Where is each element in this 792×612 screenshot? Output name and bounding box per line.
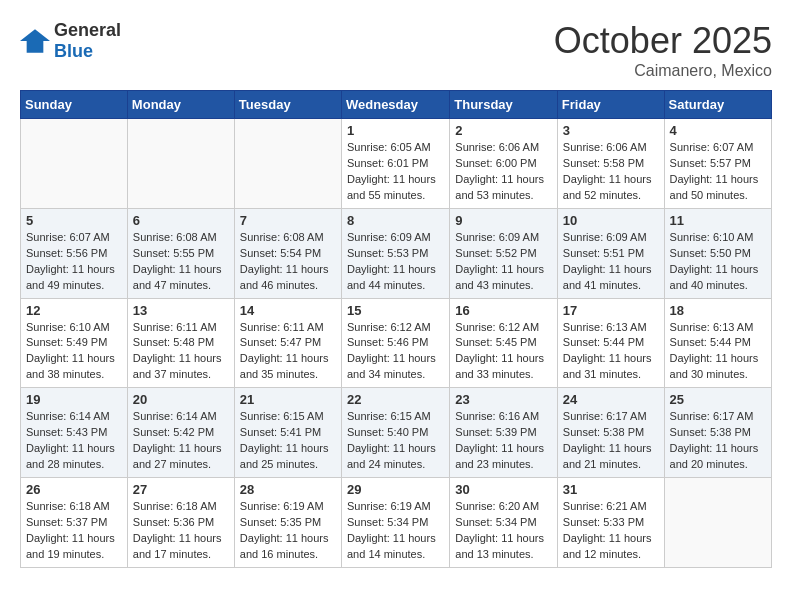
day-number: 23 (455, 392, 552, 407)
calendar-cell: 12Sunrise: 6:10 AM Sunset: 5:49 PM Dayli… (21, 298, 128, 388)
day-number: 19 (26, 392, 122, 407)
weekday-header: Saturday (664, 91, 771, 119)
calendar-cell: 11Sunrise: 6:10 AM Sunset: 5:50 PM Dayli… (664, 208, 771, 298)
day-number: 4 (670, 123, 766, 138)
day-info: Sunrise: 6:15 AM Sunset: 5:41 PM Dayligh… (240, 409, 336, 473)
day-info: Sunrise: 6:08 AM Sunset: 5:55 PM Dayligh… (133, 230, 229, 294)
calendar-location: Caimanero, Mexico (554, 62, 772, 80)
day-number: 25 (670, 392, 766, 407)
calendar-cell: 20Sunrise: 6:14 AM Sunset: 5:42 PM Dayli… (127, 388, 234, 478)
day-number: 11 (670, 213, 766, 228)
weekday-header: Tuesday (234, 91, 341, 119)
calendar-cell: 13Sunrise: 6:11 AM Sunset: 5:48 PM Dayli… (127, 298, 234, 388)
calendar-table: SundayMondayTuesdayWednesdayThursdayFrid… (20, 90, 772, 568)
weekday-header: Friday (557, 91, 664, 119)
calendar-week-row: 1Sunrise: 6:05 AM Sunset: 6:01 PM Daylig… (21, 119, 772, 209)
weekday-header-row: SundayMondayTuesdayWednesdayThursdayFrid… (21, 91, 772, 119)
svg-marker-0 (20, 29, 50, 52)
calendar-title: October 2025 (554, 20, 772, 62)
day-number: 22 (347, 392, 444, 407)
day-number: 30 (455, 482, 552, 497)
day-number: 21 (240, 392, 336, 407)
calendar-cell: 4Sunrise: 6:07 AM Sunset: 5:57 PM Daylig… (664, 119, 771, 209)
calendar-cell: 15Sunrise: 6:12 AM Sunset: 5:46 PM Dayli… (341, 298, 449, 388)
calendar-cell (21, 119, 128, 209)
day-info: Sunrise: 6:13 AM Sunset: 5:44 PM Dayligh… (670, 320, 766, 384)
calendar-cell: 28Sunrise: 6:19 AM Sunset: 5:35 PM Dayli… (234, 478, 341, 568)
day-number: 8 (347, 213, 444, 228)
day-info: Sunrise: 6:09 AM Sunset: 5:52 PM Dayligh… (455, 230, 552, 294)
day-number: 10 (563, 213, 659, 228)
calendar-cell (664, 478, 771, 568)
calendar-cell: 31Sunrise: 6:21 AM Sunset: 5:33 PM Dayli… (557, 478, 664, 568)
day-info: Sunrise: 6:09 AM Sunset: 5:53 PM Dayligh… (347, 230, 444, 294)
day-info: Sunrise: 6:15 AM Sunset: 5:40 PM Dayligh… (347, 409, 444, 473)
day-info: Sunrise: 6:06 AM Sunset: 6:00 PM Dayligh… (455, 140, 552, 204)
day-info: Sunrise: 6:09 AM Sunset: 5:51 PM Dayligh… (563, 230, 659, 294)
day-info: Sunrise: 6:11 AM Sunset: 5:48 PM Dayligh… (133, 320, 229, 384)
calendar-cell: 24Sunrise: 6:17 AM Sunset: 5:38 PM Dayli… (557, 388, 664, 478)
day-info: Sunrise: 6:16 AM Sunset: 5:39 PM Dayligh… (455, 409, 552, 473)
day-number: 9 (455, 213, 552, 228)
day-number: 3 (563, 123, 659, 138)
calendar-cell: 14Sunrise: 6:11 AM Sunset: 5:47 PM Dayli… (234, 298, 341, 388)
day-info: Sunrise: 6:19 AM Sunset: 5:35 PM Dayligh… (240, 499, 336, 563)
calendar-cell: 5Sunrise: 6:07 AM Sunset: 5:56 PM Daylig… (21, 208, 128, 298)
calendar-cell: 29Sunrise: 6:19 AM Sunset: 5:34 PM Dayli… (341, 478, 449, 568)
day-number: 2 (455, 123, 552, 138)
calendar-cell: 22Sunrise: 6:15 AM Sunset: 5:40 PM Dayli… (341, 388, 449, 478)
calendar-cell: 17Sunrise: 6:13 AM Sunset: 5:44 PM Dayli… (557, 298, 664, 388)
day-info: Sunrise: 6:12 AM Sunset: 5:45 PM Dayligh… (455, 320, 552, 384)
day-info: Sunrise: 6:20 AM Sunset: 5:34 PM Dayligh… (455, 499, 552, 563)
day-number: 7 (240, 213, 336, 228)
weekday-header: Thursday (450, 91, 558, 119)
day-number: 14 (240, 303, 336, 318)
day-info: Sunrise: 6:18 AM Sunset: 5:36 PM Dayligh… (133, 499, 229, 563)
calendar-cell: 9Sunrise: 6:09 AM Sunset: 5:52 PM Daylig… (450, 208, 558, 298)
calendar-week-row: 5Sunrise: 6:07 AM Sunset: 5:56 PM Daylig… (21, 208, 772, 298)
logo-blue: Blue (54, 41, 93, 61)
day-info: Sunrise: 6:19 AM Sunset: 5:34 PM Dayligh… (347, 499, 444, 563)
day-info: Sunrise: 6:17 AM Sunset: 5:38 PM Dayligh… (563, 409, 659, 473)
calendar-cell: 19Sunrise: 6:14 AM Sunset: 5:43 PM Dayli… (21, 388, 128, 478)
calendar-cell: 30Sunrise: 6:20 AM Sunset: 5:34 PM Dayli… (450, 478, 558, 568)
day-number: 1 (347, 123, 444, 138)
day-info: Sunrise: 6:14 AM Sunset: 5:43 PM Dayligh… (26, 409, 122, 473)
title-block: October 2025 Caimanero, Mexico (554, 20, 772, 80)
calendar-cell: 25Sunrise: 6:17 AM Sunset: 5:38 PM Dayli… (664, 388, 771, 478)
calendar-week-row: 26Sunrise: 6:18 AM Sunset: 5:37 PM Dayli… (21, 478, 772, 568)
calendar-cell: 23Sunrise: 6:16 AM Sunset: 5:39 PM Dayli… (450, 388, 558, 478)
day-number: 28 (240, 482, 336, 497)
calendar-cell: 16Sunrise: 6:12 AM Sunset: 5:45 PM Dayli… (450, 298, 558, 388)
calendar-cell: 1Sunrise: 6:05 AM Sunset: 6:01 PM Daylig… (341, 119, 449, 209)
logo: General Blue (20, 20, 121, 62)
day-number: 20 (133, 392, 229, 407)
day-info: Sunrise: 6:21 AM Sunset: 5:33 PM Dayligh… (563, 499, 659, 563)
day-number: 24 (563, 392, 659, 407)
day-number: 16 (455, 303, 552, 318)
weekday-header: Monday (127, 91, 234, 119)
calendar-cell: 26Sunrise: 6:18 AM Sunset: 5:37 PM Dayli… (21, 478, 128, 568)
day-number: 29 (347, 482, 444, 497)
calendar-week-row: 19Sunrise: 6:14 AM Sunset: 5:43 PM Dayli… (21, 388, 772, 478)
day-info: Sunrise: 6:18 AM Sunset: 5:37 PM Dayligh… (26, 499, 122, 563)
calendar-cell: 27Sunrise: 6:18 AM Sunset: 5:36 PM Dayli… (127, 478, 234, 568)
day-info: Sunrise: 6:13 AM Sunset: 5:44 PM Dayligh… (563, 320, 659, 384)
calendar-cell: 6Sunrise: 6:08 AM Sunset: 5:55 PM Daylig… (127, 208, 234, 298)
calendar-cell: 3Sunrise: 6:06 AM Sunset: 5:58 PM Daylig… (557, 119, 664, 209)
calendar-cell: 10Sunrise: 6:09 AM Sunset: 5:51 PM Dayli… (557, 208, 664, 298)
day-number: 12 (26, 303, 122, 318)
logo-icon (20, 29, 50, 53)
day-info: Sunrise: 6:14 AM Sunset: 5:42 PM Dayligh… (133, 409, 229, 473)
day-number: 27 (133, 482, 229, 497)
day-info: Sunrise: 6:05 AM Sunset: 6:01 PM Dayligh… (347, 140, 444, 204)
day-number: 15 (347, 303, 444, 318)
day-number: 5 (26, 213, 122, 228)
day-info: Sunrise: 6:07 AM Sunset: 5:57 PM Dayligh… (670, 140, 766, 204)
day-info: Sunrise: 6:10 AM Sunset: 5:49 PM Dayligh… (26, 320, 122, 384)
day-info: Sunrise: 6:08 AM Sunset: 5:54 PM Dayligh… (240, 230, 336, 294)
day-number: 18 (670, 303, 766, 318)
day-info: Sunrise: 6:06 AM Sunset: 5:58 PM Dayligh… (563, 140, 659, 204)
day-info: Sunrise: 6:10 AM Sunset: 5:50 PM Dayligh… (670, 230, 766, 294)
day-number: 31 (563, 482, 659, 497)
